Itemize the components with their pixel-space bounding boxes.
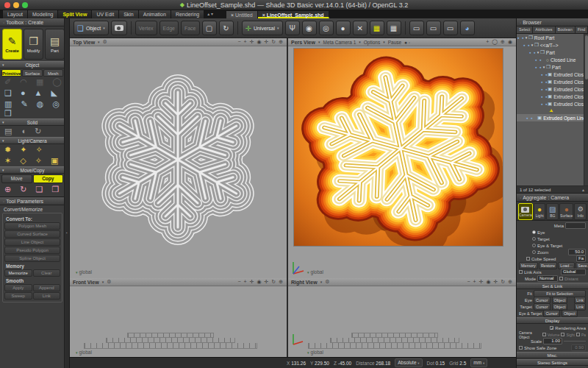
right-view-header[interactable]: Right View ▾ ⚙ − + ✛ ◉ ✛ ↻ ⊕ xyxy=(288,278,516,286)
create-button[interactable]: ✎ Create xyxy=(2,29,22,60)
primitive-icon-row-1[interactable]: ✐ ◠ ▦ ◯ xyxy=(0,77,65,88)
view-zoom-controls[interactable]: + ◯ ⊕ ◉ xyxy=(486,39,513,45)
axis-mode-label[interactable]: ▾global xyxy=(76,269,92,275)
pause-button[interactable]: Pause xyxy=(388,40,401,45)
light-icon-row-2[interactable]: ✶ ◇ ✧ ▣ xyxy=(0,155,65,166)
modify-button[interactable]: ❒ Modify xyxy=(24,29,43,60)
manipulator-button-1[interactable]: ◉ xyxy=(302,21,317,35)
visibility-toggle-icon[interactable]: ● ● xyxy=(528,51,536,54)
section-object[interactable]: ▾ Object xyxy=(0,61,65,68)
browser-scrollbar[interactable] xyxy=(584,34,588,186)
curved-surface-button[interactable]: Curved Surface xyxy=(4,230,60,238)
tab-split-view[interactable]: Split View xyxy=(58,10,92,18)
primitive-icon-row-2[interactable]: ❑ ● ▲ ◣ xyxy=(0,88,65,99)
polygon-mesh-button[interactable]: Polygon Mesh xyxy=(4,222,60,230)
pers-viewport[interactable]: Pers View ▾ Meta Camera 1 ▾ Options ▾ Pa… xyxy=(288,38,516,278)
meta-dropdown[interactable] xyxy=(565,222,586,229)
restore-button[interactable]: Restore xyxy=(539,262,557,269)
browser-tab-attributes[interactable]: Attributes xyxy=(533,26,555,33)
tree-row[interactable]: ● ● ▣ Extruded Closed xyxy=(517,85,588,93)
view-zoom-controls[interactable]: − + ✛ ◉ ✛ ↻ ⊕ xyxy=(467,279,513,285)
marquee-select-button[interactable]: ▢ xyxy=(202,21,217,35)
memorize-button[interactable]: Memorize xyxy=(4,269,32,277)
zoom-value-field[interactable]: 50.0 xyxy=(568,249,586,255)
unit-dropdown[interactable]: mm ▾ xyxy=(470,358,487,367)
tree-row[interactable]: ● ● ▾ ❒ Part xyxy=(517,63,588,71)
move-button[interactable]: Move xyxy=(1,174,32,183)
visibility-toggle-icon[interactable]: ● ● xyxy=(540,88,548,91)
cube-speed-dropdown[interactable]: Fa xyxy=(576,255,586,262)
tab-layout[interactable]: Layout xyxy=(2,10,28,18)
tab-rendering[interactable]: Rendering xyxy=(171,10,204,18)
aggregate-tab-camera[interactable]: Camera xyxy=(518,203,533,220)
tab-uv-edit[interactable]: UV Edit xyxy=(92,10,119,18)
sphere-display-button[interactable]: ● xyxy=(336,21,351,35)
visibility-toggle-icon[interactable]: ● ● xyxy=(540,73,548,77)
show-safe-zone-checkbox[interactable] xyxy=(519,346,523,350)
aggregate-tab-light[interactable]: ● Light xyxy=(534,203,546,220)
toolbox-scrollbar[interactable]: ▪ xyxy=(64,18,69,368)
chevron-down-icon[interactable]: ▾ xyxy=(98,40,100,44)
safe-zone-field[interactable]: 0.90 xyxy=(571,344,586,351)
gear-icon[interactable]: ⚙ xyxy=(325,279,329,285)
quad-view-button[interactable]: ▭ xyxy=(443,21,458,35)
chevron-down-icon[interactable]: ▾ xyxy=(102,280,104,284)
window-zoom-button[interactable] xyxy=(22,2,28,8)
grid-button[interactable]: ▦ xyxy=(387,21,401,35)
eye-target-cursor-button[interactable]: Cursor xyxy=(543,310,560,317)
axis-mode-label[interactable]: ▾global xyxy=(307,269,323,275)
link-button[interactable]: Link xyxy=(33,292,61,300)
aggregate-tab-info[interactable]: ⚙ Info xyxy=(574,203,587,220)
collapse-up-icon[interactable]: ▲ xyxy=(581,186,585,193)
top-view-header[interactable]: Top View ▾ ⚙ − + ✛ ◉ ✛ ↻ ⊕ xyxy=(70,38,287,46)
zoom-radio[interactable] xyxy=(532,250,536,254)
tab-modeling[interactable]: Modeling xyxy=(28,10,58,18)
tab-mesh[interactable]: Mesh xyxy=(43,69,63,77)
view-zoom-controls[interactable]: − + ✛ ◉ ✛ ↻ ⊕ xyxy=(238,39,284,45)
browser-tab-boolean[interactable]: Boolean xyxy=(556,26,576,33)
visibility-toggle-icon[interactable]: ● ● xyxy=(540,102,548,106)
axis-mode-label[interactable]: ▾global xyxy=(76,350,92,355)
axis-mode-label[interactable]: ▾global xyxy=(307,350,323,355)
pseudo-polygon-button[interactable]: Pseudo Polygon xyxy=(4,247,60,254)
tab-overflow-controls[interactable]: ▴ ▾ xyxy=(204,10,216,18)
scale-field[interactable]: 1.00 xyxy=(543,338,562,344)
tree-row[interactable]: ● ● ▣ Extruded Closed xyxy=(517,100,588,107)
window-close-button[interactable] xyxy=(4,2,10,8)
single-view-button[interactable]: ▭ xyxy=(409,21,424,35)
tree-row-selected[interactable]: ● ● ▣ Extruded Open Line xyxy=(517,114,588,121)
append-button[interactable]: Append xyxy=(33,284,61,291)
sweep-button[interactable]: Sweep xyxy=(4,292,32,300)
link-axis-checkbox[interactable] xyxy=(519,270,523,274)
visibility-toggle-icon[interactable]: ● ● xyxy=(517,36,524,40)
visibility-toggle-icon[interactable]: ● ● xyxy=(534,58,542,62)
panel-collapse-icon[interactable]: ◦ xyxy=(520,21,521,25)
part-button[interactable]: ▤ Part xyxy=(45,29,65,60)
tab-animation[interactable]: Animation xyxy=(139,10,171,18)
visibility-toggle-icon[interactable]: ● ● xyxy=(540,95,548,99)
path-checkbox[interactable] xyxy=(576,333,580,336)
dual-view-button[interactable]: ▭ xyxy=(426,21,441,35)
tab-skin[interactable]: Skin xyxy=(119,10,139,18)
rotate-select-button[interactable]: ↻ xyxy=(219,21,234,35)
window-minimize-button[interactable] xyxy=(13,2,19,8)
universal-manipulator-button[interactable]: ✛ Universal ▾ xyxy=(242,21,283,35)
cube-speed-checkbox[interactable] xyxy=(526,257,530,261)
mirror-button[interactable]: ✕ xyxy=(353,21,368,35)
shading-mode-button[interactable]: ◕ xyxy=(460,21,475,35)
clear-button[interactable]: Clear xyxy=(33,269,61,277)
line-object-button[interactable]: Line Object xyxy=(4,238,60,246)
distant-checkbox[interactable] xyxy=(559,277,563,280)
move-icon-row-1[interactable]: ⊕ ↻ ❏ ❐ xyxy=(0,184,65,195)
panel-collapse-icon[interactable]: ◦ xyxy=(3,21,4,25)
link-axis-dropdown[interactable]: Global xyxy=(561,269,586,275)
pers-view-header[interactable]: Pers View ▾ Meta Camera 1 ▾ Options ▾ Pa… xyxy=(288,38,516,46)
aggregate-tab-surface[interactable]: ● Surface xyxy=(559,203,573,220)
panel-collapse-icon[interactable]: ◦ xyxy=(520,196,521,200)
chevron-down-icon[interactable]: ▾ xyxy=(320,280,323,284)
edge-mode-button[interactable]: Edge xyxy=(159,21,179,35)
tree-row[interactable]: ● ● ▣ Extruded Closed xyxy=(517,93,588,100)
eye-target-object-button[interactable]: Object xyxy=(562,310,578,317)
spline-object-button[interactable]: Spline Object xyxy=(4,255,60,262)
tab-primitive[interactable]: Primitive xyxy=(1,69,21,77)
